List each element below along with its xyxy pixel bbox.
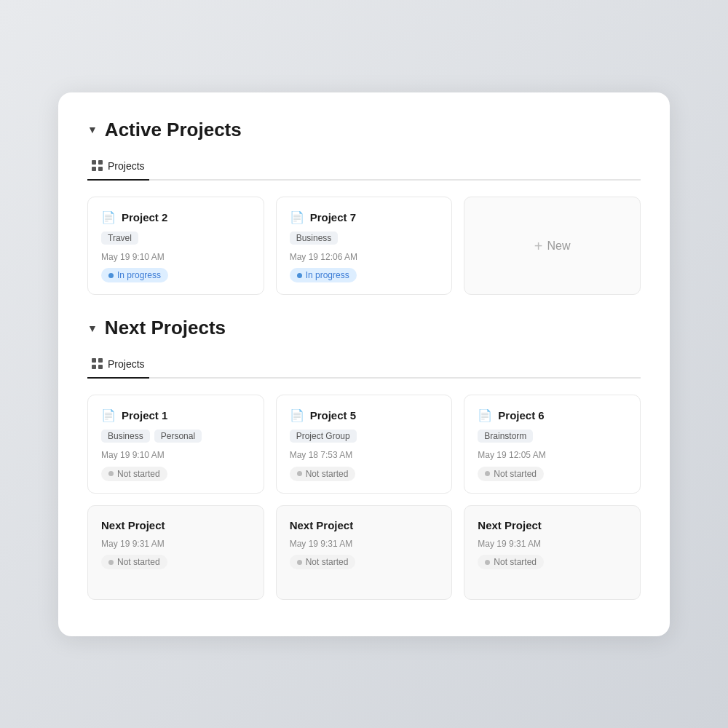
status-dot (297, 273, 302, 278)
status-label: Not started (117, 557, 160, 567)
doc-icon: 📄 (290, 408, 304, 422)
next-project-card-3[interactable]: Next Project May 19 9:31 AM Not started (87, 505, 264, 600)
doc-icon: 📄 (101, 210, 116, 224)
card-title-row: 📄 Project 7 (290, 210, 439, 224)
status-dot (485, 560, 490, 565)
active-projects-header: ▼ Active Projects (87, 119, 641, 141)
status-badge-not-started: Not started (101, 555, 167, 569)
tag-0: Business (101, 430, 150, 443)
new-label: New (547, 240, 571, 253)
next-projects-title: Next Projects (105, 317, 226, 339)
card-title-row: Next Project (290, 519, 439, 531)
tags-row: Business (290, 232, 439, 245)
status-dot (108, 560, 114, 565)
tag-travel: Travel (101, 232, 138, 245)
status-label: Not started (117, 469, 160, 479)
card-title-row: 📄 Project 5 (290, 408, 439, 422)
chevron-down-icon: ▼ (87, 124, 98, 135)
next-project-card-4[interactable]: Next Project May 19 9:31 AM Not started (276, 505, 453, 600)
new-project-card[interactable]: + New (464, 197, 641, 296)
card-title: Next Project (290, 519, 354, 531)
status-label: Not started (306, 557, 349, 567)
active-projects-tab[interactable]: Projects (87, 154, 149, 181)
next-project-card-1[interactable]: 📄 Project 5 Project Group May 18 7:53 AM… (276, 395, 453, 494)
card-title: Project 7 (310, 211, 356, 223)
card-date: May 19 9:31 AM (101, 539, 250, 549)
status-badge-not-started: Not started (290, 467, 356, 481)
card-date: May 19 9:31 AM (478, 539, 627, 549)
next-projects-header: ▼ Next Projects (87, 317, 641, 339)
tag-1: Personal (154, 430, 202, 443)
next-project-card-2[interactable]: 📄 Project 6 Brainstorm May 19 12:05 AM N… (464, 395, 641, 494)
card-title: Project 6 (498, 409, 544, 422)
active-projects-section: ▼ Active Projects Projects 📄 Project 2 T… (87, 119, 641, 296)
status-label: In progress (117, 270, 161, 280)
card-title-row: Next Project (478, 519, 627, 531)
tag-0: Project Group (290, 430, 357, 443)
doc-icon: 📄 (290, 210, 304, 224)
status-badge-in-progress: In progress (290, 268, 357, 282)
tags-row: Business Personal (101, 430, 250, 443)
grid-icon (92, 358, 103, 370)
main-card: ▼ Active Projects Projects 📄 Project 2 T… (58, 92, 670, 636)
new-card-label: + New (534, 238, 571, 255)
status-badge-not-started: Not started (101, 467, 167, 481)
status-dot (485, 471, 490, 476)
next-projects-tab-bar: Projects (87, 352, 641, 379)
tag-business: Business (290, 232, 339, 245)
next-tab-label: Projects (108, 358, 145, 370)
tags-row: Travel (101, 232, 250, 245)
card-title-row: Next Project (101, 519, 250, 531)
status-dot (297, 560, 302, 565)
status-badge-not-started: Not started (478, 555, 544, 569)
status-label: Not started (306, 469, 349, 479)
card-title-row: 📄 Project 6 (478, 408, 627, 422)
status-badge-not-started: Not started (290, 555, 356, 569)
status-dot (108, 471, 114, 476)
card-title: Next Project (101, 519, 165, 531)
card-date: May 19 9:10 AM (101, 450, 250, 460)
active-project-card-1[interactable]: 📄 Project 2 Travel May 19 9:10 AM In pro… (87, 197, 264, 296)
doc-icon: 📄 (101, 408, 116, 422)
status-badge-not-started: Not started (478, 467, 544, 481)
card-date: May 18 7:53 AM (290, 450, 439, 460)
card-date: May 19 9:31 AM (290, 539, 439, 549)
card-date: May 19 9:10 AM (101, 252, 250, 262)
card-title: Project 5 (310, 409, 356, 422)
status-dot (297, 471, 302, 476)
next-projects-grid: 📄 Project 1 Business Personal May 19 9:1… (87, 395, 641, 600)
card-title-row: 📄 Project 1 (101, 408, 250, 422)
status-dot (108, 273, 114, 278)
status-badge-in-progress: In progress (101, 268, 168, 282)
card-title-row: 📄 Project 2 (101, 210, 250, 224)
tag-0: Brainstorm (478, 430, 533, 443)
active-projects-title: Active Projects (105, 119, 242, 141)
status-label: Not started (494, 557, 537, 567)
card-title: Project 1 (122, 409, 167, 422)
card-date: May 19 12:06 AM (290, 252, 439, 262)
next-project-card-5[interactable]: Next Project May 19 9:31 AM Not started (464, 505, 641, 600)
grid-icon (92, 160, 103, 172)
card-title: Project 2 (122, 211, 167, 223)
active-projects-tab-bar: Projects (87, 154, 641, 181)
card-title: Next Project (478, 519, 542, 531)
active-project-card-2[interactable]: 📄 Project 7 Business May 19 12:06 AM In … (276, 197, 453, 296)
status-label: In progress (306, 270, 349, 280)
next-projects-tab[interactable]: Projects (87, 352, 149, 379)
active-tab-label: Projects (108, 160, 145, 172)
next-project-card-0[interactable]: 📄 Project 1 Business Personal May 19 9:1… (87, 395, 264, 494)
tags-row: Project Group (290, 430, 439, 443)
plus-icon: + (534, 238, 543, 255)
tags-row: Brainstorm (478, 430, 627, 443)
status-label: Not started (494, 469, 537, 479)
chevron-down-icon: ▼ (87, 323, 98, 334)
card-date: May 19 12:05 AM (478, 450, 627, 460)
doc-icon: 📄 (478, 408, 492, 422)
next-projects-section: ▼ Next Projects Projects 📄 Project 1 Bus… (87, 317, 641, 600)
active-projects-grid: 📄 Project 2 Travel May 19 9:10 AM In pro… (87, 197, 641, 296)
